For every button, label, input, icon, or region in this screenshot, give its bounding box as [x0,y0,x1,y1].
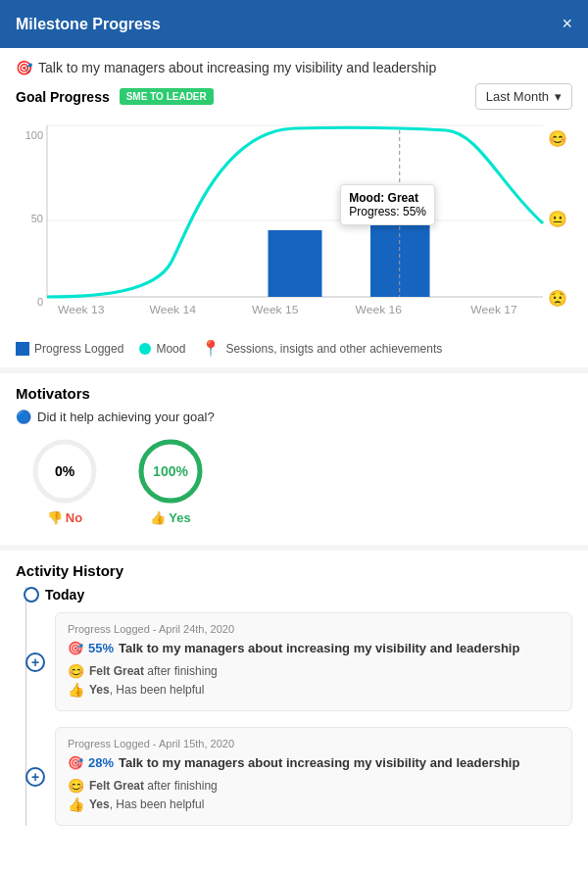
yes-pct-label: 100% [153,463,188,479]
entry-1-icon: 🎯 [68,641,83,655]
chart-svg: Week 13 Week 14 Week 15 Week 16 Week 17 [47,125,543,316]
tooltip-progress: Progress: 55% [349,205,426,218]
entry-2-meta: Progress Logged - April 15th, 2020 [68,738,560,749]
entry-2-detail-2-text: Yes, Has been helpful [89,797,204,811]
chart-legend: Progress Logged Mood 📍 Sessions, insigts… [0,333,588,367]
legend-mood: Mood [139,342,185,356]
entry-1-meta: Progress Logged - April 24th, 2020 [68,623,560,635]
entry-1-pct: 55% [88,641,114,655]
thumbs-up-icon-1: 👍 [68,682,84,698]
timeline-entry-2: + Progress Logged - April 15th, 2020 🎯 2… [55,727,572,826]
activity-title: Activity History [16,562,572,579]
mood-face-happy: 😊 [548,129,567,148]
modal-container: Milestone Progress × 🎯 Talk to my manage… [0,0,588,869]
legend-progress-label: Progress Logged [34,342,123,356]
entry-2-pct: 28% [88,755,114,770]
entry-2-title: 🎯 28% Talk to my managers about increasi… [68,755,560,770]
yes-label: Yes [169,510,190,525]
x-label-week14: Week 14 [150,304,197,314]
activity-section: Activity History Today + Progress Logged… [0,551,588,853]
no-pct-label: 0% [55,463,74,479]
y-label-50: 50 [31,213,43,224]
motivators-title: Motivators [16,385,572,402]
today-label: Today [45,587,84,603]
x-label-week15: Week 15 [252,304,298,314]
mood-face-sad: 😟 [548,289,567,308]
y-label-0: 0 [37,296,43,308]
motivators-options-row: 0% 👎 No 100% 👍 Yes [16,438,572,525]
bar-week15 [269,230,322,297]
goal-progress-row: Goal Progress SME TO LEADER Last Month ▾ [0,83,588,118]
x-label-week17: Week 17 [470,304,516,314]
entry-2-detail-1-text: Felt Great after finishing [89,779,218,793]
entry-2-icon: 🎯 [68,755,83,770]
close-button[interactable]: × [562,14,572,34]
motivator-icon: 🔵 [16,410,31,424]
modal-header: Milestone Progress × [0,0,588,48]
legend-dot-icon [139,343,151,355]
date-filter-dropdown[interactable]: Last Month ▾ [475,83,572,110]
add-button-2[interactable]: + [25,767,45,787]
sme-badge: SME TO LEADER [120,88,214,105]
x-label-week13: Week 13 [58,304,104,314]
goal-progress-label: Goal Progress [16,89,110,105]
yes-label-row: 👍 Yes [150,510,190,525]
motivator-yes: 100% 👍 Yes [137,438,204,525]
motivator-no: 0% 👎 No [31,438,98,525]
entry-2-detail-2: 👍 Yes, Has been helpful [68,797,560,812]
modal-title: Milestone Progress [16,16,161,33]
chevron-down-icon: ▾ [555,89,562,104]
motivator-question-row: 🔵 Did it help achieving your goal? [16,410,572,424]
legend-mood-label: Mood [156,342,185,356]
timeline: Today + Progress Logged - April 24th, 20… [16,587,572,826]
entry-1-detail-2-text: Yes, Has been helpful [89,683,204,697]
entry-1-detail-2: 👍 Yes, Has been helpful [68,682,560,698]
smiley-icon-2: 😊 [68,778,84,794]
timeline-entry-1: + Progress Logged - April 24th, 2020 🎯 5… [55,612,572,711]
motivator-question-text: Did it help achieving your goal? [37,410,215,424]
legend-square-icon [16,342,29,356]
entry-1-detail-1-text: Felt Great after finishing [89,664,218,678]
thumbs-up-icon-2: 👍 [68,797,84,812]
entry-2-text: Talk to my managers about increasing my … [119,755,519,770]
entry-1-detail-1: 😊 Felt Great after finishing [68,663,560,679]
no-label: No [66,510,82,525]
add-button-1[interactable]: + [25,652,45,672]
goal-icon: 🎯 [16,60,32,75]
entry-1-text: Talk to my managers about increasing my … [119,641,519,655]
date-filter-label: Last Month [486,89,549,104]
x-label-week16: Week 16 [356,304,402,314]
smiley-icon-1: 😊 [68,663,84,679]
timeline-today: Today [45,587,572,603]
no-label-row: 👎 No [47,510,82,525]
y-label-100: 100 [25,129,43,141]
entry-1-title: 🎯 55% Talk to my managers about increasi… [68,641,560,655]
goal-text-row: 🎯 Talk to my managers about increasing m… [0,48,588,83]
yes-circle: 100% [137,438,204,505]
motivators-section: Motivators 🔵 Did it help achieving your … [0,373,588,545]
chart-tooltip: Mood: Great Progress: 55% [340,184,435,225]
chart-container: 100 50 0 [0,118,588,333]
legend-sessions: 📍 Sessions, insigts and other achievemen… [201,339,442,358]
tooltip-mood: Mood: Great [349,191,426,205]
pin-icon: 📍 [201,339,220,358]
goal-description: Talk to my managers about increasing my … [38,60,436,75]
thumbs-up-icon: 👍 [150,510,166,525]
thumbs-down-icon: 👎 [47,510,63,525]
legend-progress: Progress Logged [16,342,123,356]
mood-face-neutral: 😐 [548,210,567,228]
legend-sessions-label: Sessions, insigts and other achievements [225,342,442,356]
no-circle: 0% [31,438,98,505]
entry-2-detail-1: 😊 Felt Great after finishing [68,778,560,794]
